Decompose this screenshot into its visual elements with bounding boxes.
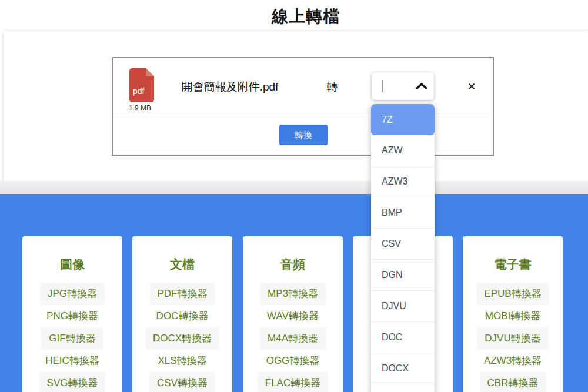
converter-link[interactable]: AZW3轉換器 <box>476 350 549 372</box>
category-card-audio: 音頻 MP3轉換器 WAV轉換器 M4A轉換器 OGG轉換器 FLAC轉換器 <box>243 236 343 392</box>
section-divider-strip <box>0 181 588 194</box>
pdf-icon-label: pdf <box>133 86 144 96</box>
format-options-list: 7Z AZW AZW3 BMP CSV DGN DJVU DOC DOCX <box>371 104 435 392</box>
converter-link[interactable]: MP3轉換器 <box>260 283 326 305</box>
format-option[interactable]: AZW <box>371 135 435 166</box>
category-items: MP3轉換器 WAV轉換器 M4A轉換器 OGG轉換器 FLAC轉換器 <box>243 283 343 392</box>
category-items: PDF轉換器 DOC轉換器 DOCX轉換器 XLS轉換器 CSV轉換器 <box>132 283 232 392</box>
converter-link[interactable]: OGG轉換器 <box>259 350 328 372</box>
format-option[interactable]: 7Z <box>371 104 435 135</box>
format-option[interactable]: BMP <box>371 197 435 229</box>
converter-link[interactable]: MOBI轉換器 <box>477 305 548 327</box>
category-card-images: 圖像 JPG轉換器 PNG轉換器 GIF轉換器 HEIC轉換器 SVG轉換器 <box>22 236 122 392</box>
format-option[interactable]: AZW3 <box>371 166 435 197</box>
format-option[interactable]: DJVU <box>371 291 435 322</box>
converter-link[interactable]: DJVU轉換器 <box>477 327 548 350</box>
converter-link[interactable]: HEIC轉換器 <box>38 350 107 372</box>
converter-link[interactable]: JPG轉換器 <box>40 283 105 305</box>
convert-button[interactable]: 轉換 <box>279 125 328 145</box>
format-option[interactable]: CSV <box>371 229 435 260</box>
text-cursor <box>382 80 383 92</box>
converter-link[interactable]: DOC轉換器 <box>149 305 216 327</box>
file-size: 1.9 MB <box>129 104 151 112</box>
converter-link[interactable]: CSV轉換器 <box>149 372 215 392</box>
converter-link[interactable]: CBR轉換器 <box>480 372 546 392</box>
file-name: 開會簡報及附件.pdf <box>156 79 303 95</box>
converter-link[interactable]: PDF轉換器 <box>150 283 215 305</box>
converter-link[interactable]: M4A轉換器 <box>260 327 326 350</box>
converter-link[interactable]: PNG轉換器 <box>39 305 106 327</box>
category-title: 電子書 <box>463 256 563 272</box>
converter-link[interactable]: SVG轉換器 <box>39 372 106 392</box>
pdf-icon-shape <box>129 68 154 102</box>
format-option[interactable]: DOCX <box>371 353 435 384</box>
format-option[interactable]: DGN <box>371 260 435 291</box>
category-card-documents: 文檔 PDF轉換器 DOC轉換器 DOCX轉換器 XLS轉換器 CSV轉換器 <box>132 236 232 392</box>
close-icon[interactable]: ✕ <box>465 80 479 94</box>
category-card-ebooks: 電子書 EPUB轉換器 MOBI轉換器 DJVU轉換器 AZW3轉換器 CBR轉… <box>463 236 563 392</box>
converter-link[interactable]: WAV轉換器 <box>259 305 326 327</box>
page-title: 線上轉檔 <box>0 5 588 28</box>
category-title: 音頻 <box>243 256 343 272</box>
convert-to-label: 轉 <box>319 79 345 95</box>
converter-link[interactable]: GIF轉換器 <box>41 327 103 350</box>
category-title: 圖像 <box>22 256 122 272</box>
format-option[interactable]: DOC <box>371 322 435 353</box>
file-row-divider <box>113 113 493 113</box>
converter-link[interactable]: FLAC轉換器 <box>258 372 328 392</box>
chevron-up-icon[interactable] <box>415 83 428 90</box>
pdf-file-icon: pdf <box>129 68 154 102</box>
category-title: 文檔 <box>132 256 232 272</box>
format-combobox[interactable] <box>372 72 434 100</box>
category-items: EPUB轉換器 MOBI轉換器 DJVU轉換器 AZW3轉換器 CBR轉換器 <box>463 283 563 392</box>
converter-link[interactable]: EPUB轉換器 <box>476 283 549 305</box>
page-header: 線上轉檔 <box>0 0 588 31</box>
category-items: JPG轉換器 PNG轉換器 GIF轉換器 HEIC轉換器 SVG轉換器 <box>22 283 122 392</box>
converter-link[interactable]: DOCX轉換器 <box>145 327 219 350</box>
converter-link[interactable]: XLS轉換器 <box>150 350 214 372</box>
